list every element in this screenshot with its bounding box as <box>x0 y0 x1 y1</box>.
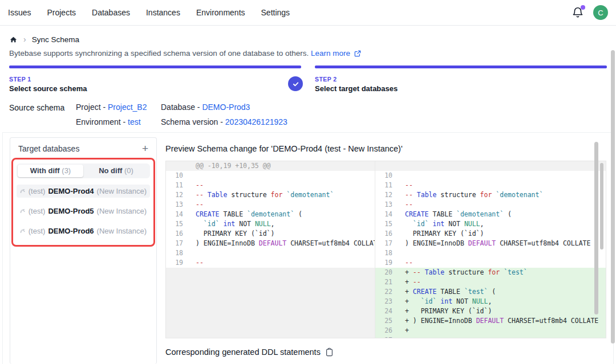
source-environment: Environment - test <box>76 117 161 126</box>
version-label: Schema version - <box>161 117 225 126</box>
database-item-demo-prod6[interactable]: (test) DEMO-Prod6 (New Instance) <box>17 224 150 238</box>
avatar[interactable]: C <box>593 5 608 20</box>
diff-line: 18 <box>166 248 375 258</box>
target-databases-highlight: With diff (3) No diff (0) (test) DEMO-Pr… <box>11 158 155 247</box>
diff-line: 12-- Table structure for `demotenant` <box>166 190 375 200</box>
ddl-statements-title: Corresponding generated DDL statements <box>165 347 321 357</box>
diff-filter-tabs: With diff (3) No diff (0) <box>17 163 150 178</box>
step-1-progress-bar <box>9 66 301 68</box>
diff-line: 27+ -- <box>375 336 606 338</box>
editor-scrollbar-thumb[interactable] <box>600 163 603 250</box>
diff-line: 14CREATE TABLE `demotenant` ( <box>375 210 606 219</box>
schema-diff-editor[interactable]: @@ -10,19 +10,35 @@1011--12-- Table stru… <box>165 161 606 338</box>
source-schema-label: Source schema <box>9 103 76 126</box>
db-name: DEMO-Prod5 <box>48 207 94 215</box>
target-database-list: (test) DEMO-Prod4 (New Instance) (test) … <box>17 185 150 238</box>
wizard-steps: STEP 1 Select source schema STEP 2 Selec… <box>0 66 616 93</box>
diff-line: 20+ -- Table structure for `test` <box>375 268 606 277</box>
source-schema-grid: Project - Project_B2 Database - DEMO-Pro… <box>76 103 287 126</box>
intro-description: Bytebase supports synchronizing a specif… <box>9 49 309 58</box>
environment-label: Environment - <box>76 117 128 126</box>
diff-line: 22+ CREATE TABLE `test` ( <box>375 287 606 297</box>
diff-line: 19-- <box>375 258 606 268</box>
diff-pane-modified: 1011--12-- Table structure for `demotena… <box>375 161 606 338</box>
topnav-right: C <box>572 5 608 20</box>
db-env-label: (test) <box>29 207 46 215</box>
step-2[interactable]: STEP 2 Select target databases <box>315 66 607 93</box>
step-2-title: Select target databases <box>315 84 607 93</box>
version-link[interactable]: 20230426121923 <box>225 117 287 126</box>
tab-with-diff[interactable]: With diff (3) <box>18 165 83 177</box>
preview-scrollbar-thumb[interactable] <box>594 142 598 314</box>
nav-item-databases[interactable]: Databases <box>92 8 130 17</box>
add-target-database-button[interactable]: + <box>142 145 148 153</box>
target-databases-title: Target databases <box>18 144 79 153</box>
diff-line: 11-- <box>166 181 375 190</box>
step-2-progress-bar <box>315 66 607 68</box>
nav-item-projects[interactable]: Projects <box>47 8 76 17</box>
page-scrollbar-thumb[interactable] <box>611 50 615 343</box>
diff-hunk-header <box>375 161 606 171</box>
diff-line: 17) ENGINE=InnoDB DEFAULT CHARSET=utf8mb… <box>375 239 606 248</box>
target-databases-header: Target databases + <box>10 138 156 158</box>
diff-pane-original: @@ -10,19 +10,35 @@1011--12-- Table stru… <box>166 161 375 338</box>
nav-item-issues[interactable]: Issues <box>8 8 31 17</box>
mysql-icon <box>20 207 26 215</box>
source-database: Database - DEMO-Prod3 <box>161 103 287 112</box>
database-link[interactable]: DEMO-Prod3 <box>202 103 250 112</box>
tab-no-diff[interactable]: No diff (0) <box>83 165 149 177</box>
intro-text: Bytebase supports synchronizing a specif… <box>0 44 616 59</box>
project-label: Project - <box>76 103 108 112</box>
home-icon[interactable] <box>9 35 18 44</box>
source-schema-summary: Source schema Project - Project_B2 Datab… <box>0 103 616 126</box>
chevron-right-icon: › <box>23 35 26 44</box>
ddl-footer: Corresponding generated DDL statements <box>165 347 606 357</box>
diff-line: 23+ `id` int NOT NULL, <box>375 297 606 306</box>
diff-line: 12-- Table structure for `demotenant` <box>375 190 606 200</box>
main-content: Target databases + With diff (3) No diff… <box>2 132 614 364</box>
notifications-button[interactable] <box>572 6 584 19</box>
db-instance-suffix: (New Instance) <box>97 227 147 235</box>
diff-line: 10 <box>166 171 375 181</box>
diff-line: 25+ ) ENGINE=InnoDB DEFAULT CHARSET=utf8… <box>375 316 606 326</box>
database-item-demo-prod4[interactable]: (test) DEMO-Prod4 (New Instance) <box>17 185 150 198</box>
diff-line: 11-- <box>375 181 606 190</box>
diff-line: 24+ PRIMARY KEY (`id`) <box>375 306 606 316</box>
db-env-label: (test) <box>29 187 46 195</box>
source-project: Project - Project_B2 <box>76 103 161 112</box>
page: Issues Projects Databases Instances Envi… <box>0 0 616 364</box>
breadcrumb: › Sync Schema <box>0 26 616 44</box>
database-item-demo-prod5[interactable]: (test) DEMO-Prod5 (New Instance) <box>17 205 150 218</box>
db-instance-suffix: (New Instance) <box>97 187 147 195</box>
diff-line: 17) ENGINE=InnoDB DEFAULT CHARSET=utf8mb… <box>166 239 375 248</box>
step-1[interactable]: STEP 1 Select source schema <box>9 66 301 93</box>
target-databases-panel: Target databases + With diff (3) No diff… <box>10 137 157 364</box>
copy-ddl-button[interactable] <box>325 347 334 357</box>
tab-no-diff-label: No diff <box>99 166 124 175</box>
diff-line: 15 `id` int NOT NULL, <box>166 219 375 229</box>
environment-link[interactable]: test <box>128 117 141 126</box>
nav-item-instances[interactable]: Instances <box>146 8 180 17</box>
source-version: Schema version - 20230426121923 <box>161 117 287 126</box>
step-1-complete-badge <box>288 76 303 91</box>
diff-line: 15 `id` int NOT NULL, <box>375 219 606 229</box>
diff-line: 16 PRIMARY KEY (`id`) <box>166 229 375 239</box>
main-nav: Issues Projects Databases Instances Envi… <box>8 8 290 17</box>
nav-item-settings[interactable]: Settings <box>261 8 290 17</box>
tab-no-diff-count: (0) <box>124 166 133 175</box>
clipboard-icon <box>325 347 334 357</box>
diff-line: 14CREATE TABLE `demotenant` ( <box>166 210 375 219</box>
learn-more-link[interactable]: Learn more <box>311 49 350 58</box>
notification-dot <box>581 5 585 10</box>
diff-hunk-header: @@ -10,19 +10,35 @@ <box>166 161 375 171</box>
diff-line: 19-- <box>166 258 375 268</box>
diff-line: 21+ -- <box>375 277 606 287</box>
nav-item-environments[interactable]: Environments <box>196 8 245 17</box>
external-link-icon[interactable] <box>354 50 361 59</box>
db-name: DEMO-Prod4 <box>48 187 94 195</box>
project-link[interactable]: Project_B2 <box>108 103 147 112</box>
mysql-icon <box>20 187 26 195</box>
db-name: DEMO-Prod6 <box>48 227 94 235</box>
diff-line: 13-- <box>375 200 606 210</box>
check-icon <box>292 80 299 88</box>
